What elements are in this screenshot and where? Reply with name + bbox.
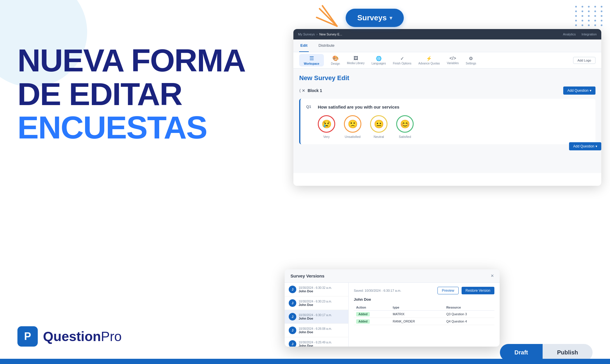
toolbar-variables-label: Variables	[447, 62, 459, 65]
version-date-4: 10/30/2024 - 6:26:08 a.m.	[299, 327, 344, 330]
block-label: Block 1	[308, 88, 322, 93]
smiley-unsatisfied: 🙁 Unsatisfied	[344, 115, 361, 138]
add-question-button[interactable]: Add Question ▾	[563, 87, 595, 95]
toolbar-finish-options[interactable]: ✓ Finish Options	[393, 56, 411, 65]
editor-sub-nav: Edit Distribute	[293, 39, 601, 52]
logo-icon: P	[17, 326, 38, 347]
toolbar-design-label: Design	[331, 62, 340, 65]
version-info-1: 10/30/2024 - 6:30:32 a.m. John Doe	[299, 286, 344, 293]
version-info-5: 10/30/2024 - 6:25:49 a.m. John Doe	[299, 341, 344, 347]
languages-icon: 🌐	[376, 56, 382, 61]
smiley-satisfied-face: 😊	[396, 115, 414, 133]
question-text: How satisfied are you with our services	[318, 104, 590, 109]
top-nav-integration[interactable]: Integration	[582, 33, 597, 36]
version-user-5: John Doe	[299, 344, 344, 347]
headline-line1: NUEVA FORMA	[17, 44, 245, 77]
version-avatar-2: J	[289, 299, 296, 307]
versions-detail-header: Saved: 10/30/2024 - 6:30:17 a.m. Preview…	[354, 287, 494, 294]
smiley-satisfied: 😊 Satisfied	[396, 115, 414, 138]
toolbar-quotas-label: Advance Quotas	[418, 62, 440, 65]
add-question-caret-icon: ▾	[590, 89, 591, 93]
top-nav-tabs: Analytics Integration	[563, 33, 597, 36]
version-item-1[interactable]: J 10/30/2024 - 6:30:32 a.m. John Doe	[285, 283, 348, 296]
tab-edit[interactable]: Edit	[299, 39, 309, 52]
table-row-1: Added MATRIX Q3 Question 3	[354, 311, 494, 318]
version-action-buttons: Preview Restore Version	[437, 287, 494, 294]
add-logo-button[interactable]: Add Logo	[573, 57, 595, 64]
smiley-very: 😢 Very	[318, 115, 335, 138]
toolbar-media-library[interactable]: 🖼 Media Library	[347, 56, 365, 65]
col-resource: Resource	[444, 304, 494, 311]
badge-added-2: Added	[356, 319, 370, 324]
toolbar-languages-label: Languages	[372, 62, 386, 65]
version-user-3: John Doe	[299, 317, 344, 320]
versions-modal: Survey Versions × J 10/30/2024 - 6:30:32…	[285, 269, 500, 347]
toolbar-workspace[interactable]: ☰ Workspace	[299, 54, 324, 66]
smiley-neutral-label: Neutral	[374, 135, 384, 138]
top-nav-analytics[interactable]: Analytics	[563, 33, 576, 36]
version-avatar-5: J	[289, 340, 296, 347]
surveys-pill[interactable]: Surveys ▾	[346, 9, 404, 27]
toolbar-media-label: Media Library	[347, 62, 365, 65]
smiley-neutral: 😐 Neutral	[370, 115, 387, 138]
version-avatar-4: J	[289, 327, 296, 334]
logo-letter: P	[24, 330, 31, 343]
version-restore-button[interactable]: Restore Version	[462, 287, 494, 294]
versions-modal-body: J 10/30/2024 - 6:30:32 a.m. John Doe J 1…	[285, 283, 500, 347]
toolbar-finish-label: Finish Options	[393, 62, 411, 65]
add-question-button-secondary[interactable]: Add Question ▾	[569, 142, 601, 150]
versions-modal-header: Survey Versions ×	[285, 269, 500, 283]
version-item-5[interactable]: J 10/30/2024 - 6:25:49 a.m. John Doe	[285, 337, 348, 347]
toolbar-variables[interactable]: </> Variables	[447, 56, 459, 65]
smiley-neutral-face: 😐	[370, 115, 387, 133]
headline-line2: DE EDITAR	[17, 77, 245, 111]
toolbar-design[interactable]: 🎨 Design	[331, 55, 340, 65]
version-item-3[interactable]: J 10/30/2024 - 6:30:17 a.m. John Doe	[285, 310, 348, 324]
media-library-icon: 🖼	[354, 56, 358, 61]
block-collapse-icon[interactable]: ⟨ ✕	[299, 88, 305, 93]
version-date-5: 10/30/2024 - 6:25:49 a.m.	[299, 341, 344, 344]
survey-content-area: New Survey Edit ⟨ ✕ Block 1 Add Question…	[293, 69, 601, 173]
toolbar-advance-quotas[interactable]: ⚡ Advance Quotas	[418, 56, 440, 65]
version-date-3: 10/30/2024 - 6:30:17 a.m.	[299, 313, 344, 317]
smiley-satisfied-label: Satisfied	[399, 135, 411, 138]
version-item-4[interactable]: J 10/30/2024 - 6:26:08 a.m. John Doe	[285, 324, 348, 337]
add-question-label: Add Question	[567, 89, 589, 93]
col-action: Action	[354, 304, 390, 311]
version-avatar-3: J	[289, 313, 296, 320]
smiley-unsatisfied-label: Unsatisfied	[345, 135, 360, 138]
toolbar-settings[interactable]: ⚙ Settings	[466, 56, 476, 65]
surveys-pill-wrapper: Surveys ▾	[346, 9, 404, 27]
finish-options-icon: ✓	[400, 56, 404, 61]
toolbar-workspace-label: Workspace	[304, 62, 319, 65]
design-icon: 🎨	[332, 55, 339, 62]
surveys-pill-label: Surveys	[357, 13, 387, 22]
toolbar-languages[interactable]: 🌐 Languages	[372, 56, 386, 65]
right-content-area: Surveys ▾ My Surveys › New Survey E... A…	[290, 0, 610, 364]
workspace-icon: ☰	[309, 55, 314, 62]
versions-close-button[interactable]: ×	[491, 273, 494, 279]
row2-resource: Q4 Question 4	[444, 318, 494, 325]
headline-line3-accent: ENCUESTAS	[17, 111, 245, 144]
version-saved-label: Saved: 10/30/2024 - 6:30:17 a.m.	[354, 289, 401, 292]
version-info-2: 10/30/2024 - 6:30:23 a.m. John Doe	[299, 300, 344, 307]
table-row-2: Added RANK_ORDER Q4 Question 4	[354, 318, 494, 325]
row2-type: RANK_ORDER	[390, 318, 444, 325]
version-changes-table: Action type Resource Added MATRIX Q3 Que…	[354, 304, 494, 325]
versions-modal-title: Survey Versions	[290, 273, 324, 278]
advance-quotas-icon: ⚡	[426, 56, 432, 61]
tab-distribute[interactable]: Distribute	[317, 39, 336, 52]
version-info-3: 10/30/2024 - 6:30:17 a.m. John Doe	[299, 313, 344, 320]
version-item-2[interactable]: J 10/30/2024 - 6:30:23 a.m. John Doe	[285, 296, 348, 310]
version-detail-user: John Doe	[354, 297, 494, 302]
row1-resource: Q3 Question 3	[444, 311, 494, 318]
left-content-area: NUEVA FORMA DE EDITAR ENCUESTAS	[17, 44, 245, 144]
col-type: type	[390, 304, 444, 311]
badge-added-1: Added	[356, 312, 370, 316]
question-row-q1: Q1 How satisfied are you with our servic…	[299, 99, 595, 144]
versions-list: J 10/30/2024 - 6:30:32 a.m. John Doe J 1…	[285, 283, 349, 347]
version-avatar-1: J	[289, 286, 296, 293]
smiley-very-label: Very	[323, 135, 330, 138]
smiley-very-face: 😢	[318, 115, 335, 133]
version-preview-button[interactable]: Preview	[437, 287, 459, 294]
